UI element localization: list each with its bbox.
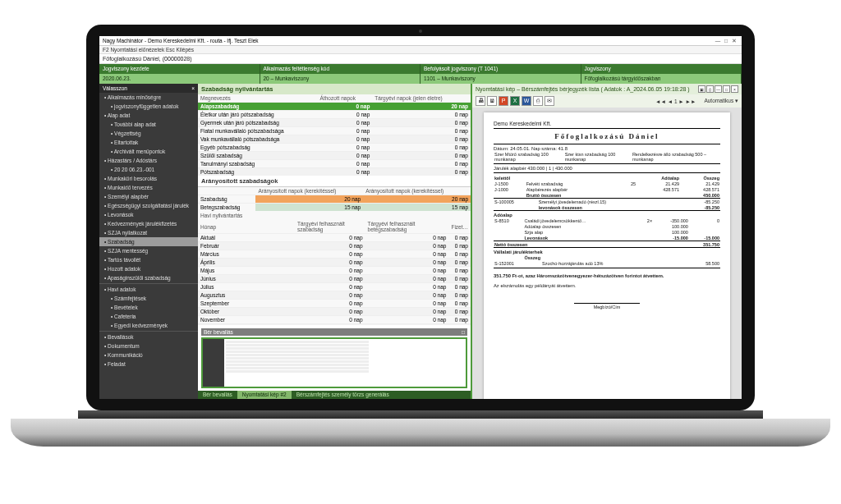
table-row[interactable]: Június0 nap0 nap0 nap [198, 275, 471, 283]
export-button-2[interactable]: 🗎 [487, 96, 497, 106]
sidebar-item[interactable]: • Munkaidő tervezés [99, 183, 198, 192]
col-carry: Áthozott napok [318, 94, 373, 103]
sidebar-item[interactable]: • SZJA mentesség [99, 246, 198, 255]
meta1: Szer ktsn szabadság 100 munkanap [564, 151, 632, 162]
sidebar-item[interactable]: • Kedvezmények járulékfizetés [99, 219, 198, 228]
meta2: Rendelkezésre álló szabadság 500 – munka… [632, 151, 720, 162]
sidebar-item[interactable]: • Alkalmazás minőségre [99, 93, 198, 102]
preview-title: Nyomtatási kép – Bérszámfejtés bérjegyzé… [476, 86, 690, 92]
export-button-1[interactable]: 🖶 [476, 96, 485, 106]
payslip-row: Levonások-15.000-15.000 [494, 235, 720, 241]
sidebar-item[interactable]: • Szabadság [99, 237, 198, 246]
preview-icon-1[interactable]: ▣ [698, 85, 705, 93]
sidebar-item[interactable]: • Apaságinszülői szabadság [99, 273, 198, 282]
sidebar-item[interactable]: • Végzettség [99, 129, 198, 138]
export-xls-button[interactable]: X [510, 96, 520, 106]
table-row[interactable]: November0 nap0 nap0 nap [198, 316, 471, 324]
s2c1: Arányosított napok (kerekítéssel) [255, 187, 363, 195]
tab-jogviszony[interactable]: Jogviszony [581, 64, 742, 74]
preview-icon-2[interactable]: ⎙ [706, 85, 714, 93]
col-name: Megnevezés [198, 94, 318, 103]
export-pdf-button[interactable]: P [499, 96, 508, 106]
table-row[interactable]: Szülői szabadság0 nap0 nap [198, 152, 471, 160]
cat-a: 0 nap [318, 103, 373, 111]
tab-befolyasolt[interactable]: Befolyásolt jogviszony (T 1041) [420, 64, 581, 74]
tab-alkalmazas[interactable]: Alkalmazás feltétlenség kód [260, 64, 421, 74]
sidebar-item[interactable]: • Munkaköri besorolás [99, 174, 198, 183]
sidebar-item[interactable]: • SZJA nyilatkozat [99, 228, 198, 237]
table-row[interactable]: Május0 nap0 nap0 nap [198, 267, 471, 275]
cat-b: 20 nap [372, 103, 471, 111]
tab-jogviszony-kezdete[interactable]: Jogviszony kezdete [99, 64, 260, 74]
amount-words: 351.750 Ft-ot, azaz Háromszázötvenegyeze… [494, 273, 720, 278]
table-row[interactable]: Fiatal munkavállaló pótszabadsága0 nap0 … [198, 127, 471, 135]
preview-close-icon[interactable]: × [731, 85, 738, 93]
payslip-row: S-152001Szochó-hozzájárulás adó 13%58.50… [494, 260, 720, 266]
print-preview-panel: Nyomtatási kép – Bérszámfejtés bérjegyzé… [471, 84, 742, 399]
meta0: Szer Mtörő szabadság 100 munkanap [494, 151, 564, 162]
minimize-button[interactable]: — [714, 38, 722, 44]
preview-max-icon[interactable]: □ [723, 85, 730, 93]
payslip-row: J-1500Felvétt szabadság2521.42921.429 [494, 181, 720, 186]
table-row[interactable]: Életkor után járó pótszabadság0 nap0 nap [198, 111, 471, 119]
sidebar-header: Válasszon [103, 85, 127, 91]
table-row[interactable]: Október0 nap0 nap0 nap [198, 308, 471, 316]
table-row[interactable]: Pótszabadság0 nap0 nap [198, 168, 471, 176]
sidebar-item[interactable]: • Feladat [99, 360, 198, 369]
table-row[interactable]: Augusztus0 nap0 nap0 nap [198, 291, 471, 300]
sidebar-item[interactable]: • Számfejtések [99, 294, 198, 303]
table-row[interactable]: Egyéb pótszabadság0 nap0 nap [198, 144, 471, 152]
nav-controls[interactable]: ◄◄ ◄ 1 ► ►► [655, 99, 696, 104]
btab-nyomtatas[interactable]: Nyomtatási kép #2 [237, 391, 292, 399]
payslip-row: levonások összesen-85.250 [494, 204, 720, 211]
sidebar-item[interactable]: • Archivált menüpontok [99, 147, 198, 156]
sidebar-item[interactable]: • Egészségügyi szolgáltatási járulék [99, 201, 198, 210]
table-row[interactable]: Gyermek után járó pótszabadság0 nap0 nap [198, 119, 471, 127]
btab-generator[interactable]: Bérszámfejtés személy törzs generálás [292, 391, 394, 399]
section2-title: Arányosított szabadságok [198, 176, 471, 187]
maximize-button[interactable]: □ [722, 38, 730, 44]
sidebar-item[interactable]: • Eltartottak [99, 138, 198, 147]
sidebar-item[interactable]: • Havi adatok [99, 285, 198, 294]
table-row[interactable]: Tanulmányi szabadság0 nap0 nap [198, 160, 471, 168]
sidebar-item[interactable]: • Bevételek [99, 303, 198, 312]
table-row[interactable]: Július0 nap0 nap0 nap [198, 283, 471, 291]
export-button-7[interactable]: ✉ [545, 96, 554, 106]
zoom-dropdown[interactable]: Automatikus ▾ [704, 98, 738, 104]
sidebar-item[interactable]: • Cafeteria [99, 312, 198, 321]
table-row[interactable]: Április0 nap0 nap0 nap [198, 259, 471, 267]
sidebar-item[interactable]: • Tartós távollét [99, 255, 198, 264]
btab-bevallas[interactable]: Bér bevallás [198, 391, 237, 399]
export-button-6[interactable]: ⎙ [533, 96, 543, 106]
thumb-close-icon[interactable]: □ [462, 329, 465, 335]
table-row[interactable]: Szeptember0 nap0 nap0 nap [198, 300, 471, 308]
close-button[interactable]: ✕ [730, 38, 738, 44]
sidebar-item[interactable]: • Levonások [99, 210, 198, 219]
sidebar-item[interactable]: • Kommunikáció [99, 351, 198, 360]
table-row[interactable]: Szabadság20 nap20 nap [198, 195, 471, 204]
section3-title: Havi nyilvántartás [198, 211, 471, 220]
thumbnail-preview[interactable] [201, 337, 467, 388]
table-row[interactable]: Február0 nap0 nap0 nap [198, 242, 471, 250]
table-row[interactable]: Vak munkavállaló pótszabadsága0 nap0 nap [198, 135, 471, 144]
sidebar-item[interactable]: • Házastárs / Adóstárs [99, 156, 198, 165]
sidebar-item[interactable]: • További alap adat [99, 120, 198, 129]
sidebar-item[interactable]: • Hozott adatok [99, 264, 198, 273]
sidebar-item[interactable]: • 20 20 06.23.-001 [99, 165, 198, 174]
sidebar-close-icon[interactable]: × [191, 85, 195, 91]
sidebar-item[interactable]: • Egyedi kedvezmények [99, 321, 198, 330]
table-row[interactable]: Március0 nap0 nap0 nap [198, 250, 471, 259]
sidebar-item[interactable]: • jogviszonyfüggetlen adatok [99, 102, 198, 111]
payslip-row: S-100005Személyi jövedelemadó (részl.15)… [494, 199, 720, 205]
table-row[interactable]: Betegszabadság15 nap15 nap [198, 204, 471, 212]
export-doc-button[interactable]: W [522, 96, 531, 106]
s3c3: Fizet… [448, 220, 471, 234]
window-titlebar: Nagy Machinátor - Demo Kereskedelmi Kft.… [99, 36, 742, 46]
thumbnail-panel: Bér bevallás □ [198, 325, 471, 391]
sidebar-item[interactable]: • Alap adat [99, 111, 198, 120]
table-row[interactable]: Aktuál0 nap0 nap0 nap [198, 234, 471, 242]
preview-min-icon[interactable]: — [715, 85, 722, 93]
sidebar-item[interactable]: • Bevallások [99, 332, 198, 341]
sidebar-item[interactable]: • Dokumentum [99, 341, 198, 351]
sidebar-item[interactable]: • Személyi alapbér [99, 192, 198, 201]
